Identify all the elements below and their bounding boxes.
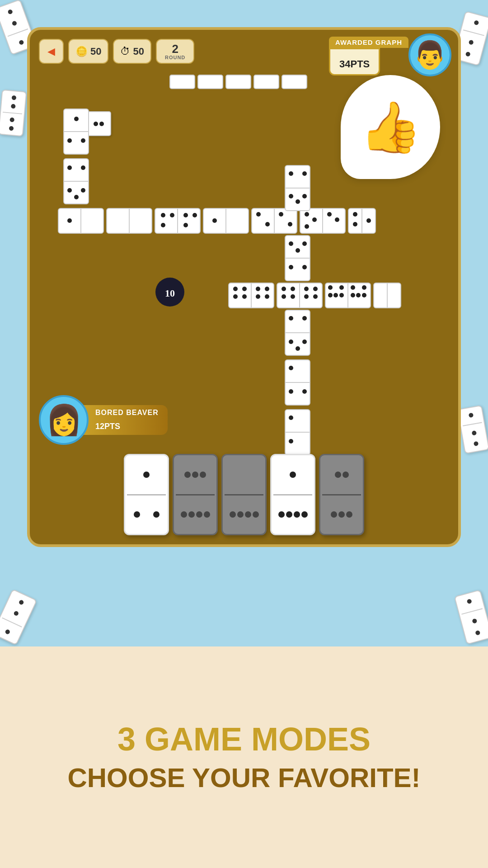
lives-stat: ⏱ 50 (113, 39, 151, 64)
bg-domino-5 (0, 589, 37, 645)
svg-point-86 (362, 293, 366, 297)
svg-point-78 (328, 293, 333, 297)
svg-point-95 (302, 265, 307, 269)
svg-point-1 (74, 117, 79, 121)
svg-rect-114 (226, 75, 251, 89)
svg-point-83 (362, 285, 366, 290)
svg-point-102 (296, 346, 300, 351)
svg-point-67 (291, 287, 295, 291)
bg-domino-6 (454, 590, 488, 645)
svg-point-84 (351, 293, 355, 297)
svg-rect-116 (282, 75, 307, 89)
opponent-avatar-face: 👨 (413, 39, 447, 71)
svg-point-91 (302, 241, 307, 246)
svg-point-77 (339, 285, 344, 290)
svg-point-23 (192, 213, 197, 217)
svg-point-22 (183, 213, 188, 217)
player-pts: 12PTS (95, 416, 120, 432)
svg-text:10: 10 (165, 288, 175, 299)
coin-icon: 🪙 (75, 46, 88, 57)
svg-point-19 (170, 213, 174, 217)
hand-tile-1[interactable] (124, 454, 169, 535)
player-avatar-face: 👩 (46, 403, 82, 437)
svg-point-111 (289, 439, 293, 443)
player-panel: 👩 BORED BEAVER 12PTS (39, 395, 168, 445)
svg-point-82 (351, 285, 355, 290)
bottom-section: 3 GAME MODES CHOOSE YOUR FAVORITE! (0, 646, 488, 868)
hand-tile-4[interactable] (270, 454, 315, 535)
svg-point-62 (265, 287, 269, 291)
svg-point-69 (291, 294, 295, 299)
back-button[interactable] (39, 39, 64, 64)
svg-point-68 (282, 294, 286, 299)
svg-point-7 (81, 165, 85, 170)
modes-title: 3 GAME MODES (117, 723, 371, 755)
svg-point-20 (161, 223, 165, 227)
svg-point-72 (313, 287, 318, 291)
svg-point-37 (305, 224, 309, 229)
svg-point-104 (289, 366, 293, 370)
svg-point-101 (302, 340, 307, 344)
svg-point-98 (302, 316, 307, 321)
top-bar: 🪙 50 ⏱ 50 2 ROUND (39, 39, 194, 64)
svg-point-97 (289, 316, 293, 321)
svg-point-92 (296, 248, 300, 253)
svg-point-57 (242, 287, 247, 291)
lives-value: 50 (133, 46, 144, 57)
svg-point-13 (67, 218, 72, 223)
svg-point-6 (67, 165, 72, 170)
svg-point-11 (74, 195, 79, 199)
awarded-pts-suffix: PTS (350, 58, 370, 70)
svg-point-56 (233, 287, 238, 291)
svg-point-4 (81, 138, 85, 143)
awarded-pts-value: 34 (339, 58, 350, 70)
round-number: 2 (172, 43, 178, 55)
svg-rect-112 (170, 75, 195, 89)
svg-point-106 (289, 389, 293, 394)
svg-point-66 (282, 287, 286, 291)
svg-point-94 (289, 265, 293, 269)
svg-point-109 (289, 415, 293, 420)
svg-point-71 (304, 287, 309, 291)
svg-point-24 (183, 223, 188, 227)
svg-point-85 (356, 293, 361, 297)
svg-point-45 (366, 218, 371, 223)
svg-point-76 (328, 285, 333, 290)
svg-point-107 (302, 389, 307, 394)
svg-point-33 (288, 222, 292, 226)
svg-point-35 (305, 212, 309, 217)
svg-point-26 (212, 218, 217, 223)
svg-point-100 (289, 340, 293, 344)
svg-point-64 (265, 294, 269, 299)
svg-point-18 (161, 213, 165, 217)
svg-rect-113 (198, 75, 223, 89)
svg-point-52 (296, 199, 300, 204)
player-avatar: 👩 (39, 395, 89, 445)
svg-point-40 (335, 217, 339, 222)
svg-point-51 (302, 194, 307, 198)
svg-point-73 (304, 294, 309, 299)
round-label: ROUND (165, 55, 185, 60)
awarded-label: AWARDED GRAPH (329, 37, 408, 48)
svg-point-3 (67, 138, 72, 143)
coins-value: 50 (90, 46, 101, 57)
svg-point-30 (265, 222, 270, 226)
player-pts-suffix: PTS (104, 422, 120, 431)
player-name-box: BORED BEAVER 12PTS (82, 405, 168, 435)
svg-point-58 (233, 294, 238, 299)
svg-point-10 (81, 188, 85, 193)
svg-point-43 (353, 212, 357, 217)
bg-domino-4 (457, 405, 488, 454)
svg-rect-115 (254, 75, 279, 89)
round-box: 2 ROUND (156, 39, 194, 64)
hand-tile-3[interactable] (221, 454, 267, 535)
svg-point-44 (353, 222, 357, 226)
svg-point-32 (279, 212, 283, 217)
player-pts-value: 12 (95, 422, 104, 431)
hand-tile-2[interactable] (173, 454, 218, 535)
svg-point-47 (289, 171, 293, 176)
svg-point-50 (289, 194, 293, 198)
player-pts-display: 12PTS (95, 417, 120, 431)
hand-tile-5[interactable] (319, 454, 364, 535)
svg-point-61 (256, 287, 260, 291)
